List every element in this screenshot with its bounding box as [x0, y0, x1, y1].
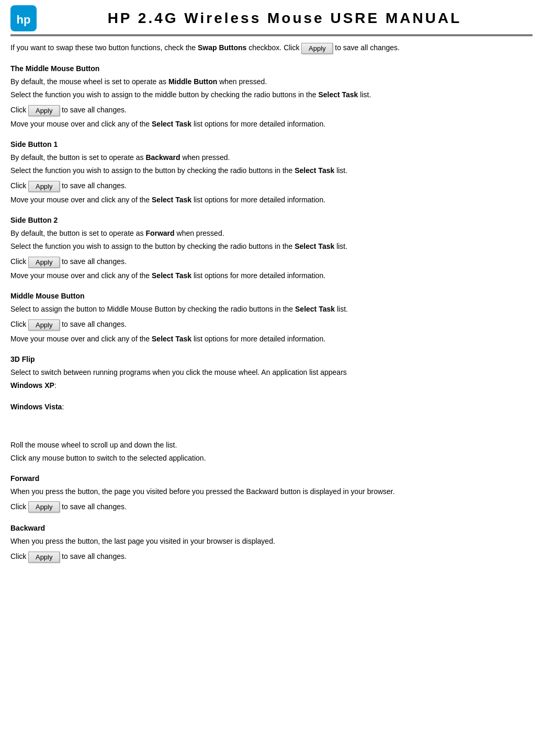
3d-flip-title: 3D Flip: [10, 354, 533, 365]
header-divider: [10, 35, 533, 36]
backward-section: Backward When you press the button, the …: [10, 523, 533, 563]
swap-buttons-intro2: checkbox. Click: [246, 43, 301, 52]
backward-para1: When you press the button, the last page…: [10, 536, 533, 547]
apply-button-forward[interactable]: Apply: [28, 501, 60, 512]
apply-button-side1[interactable]: Apply: [28, 181, 60, 192]
forward-click-line: Click Apply to save all changes.: [10, 500, 533, 513]
middle-mouse-button-2-section: Middle Mouse Button Select to assign the…: [10, 291, 533, 344]
side-button-1-click-line: Click Apply to save all changes.: [10, 179, 533, 192]
hp-logo: hp: [10, 5, 37, 31]
swap-buttons-bold: Swap Buttons: [198, 43, 246, 52]
middle-mouse-button-2-title: Middle Mouse Button: [10, 291, 533, 302]
apply-button-middle-mouse-2[interactable]: Apply: [28, 319, 60, 330]
backward-click-line: Click Apply to save all changes.: [10, 550, 533, 563]
side-button-1-title: Side Button 1: [10, 139, 533, 150]
side-button-2-click-line: Click Apply to save all changes.: [10, 255, 533, 268]
apply-button-side2[interactable]: Apply: [28, 257, 60, 268]
3d-flip-roll: Roll the mouse wheel to scroll up and do…: [10, 440, 533, 451]
apply-button-middle-mouse[interactable]: Apply: [28, 105, 60, 116]
middle-mouse-2-move-line: Move your mouse over and click any of th…: [10, 334, 533, 345]
middle-mouse-button-2-para1: Select to assign the button to Middle Mo…: [10, 304, 533, 315]
apply-button-backward[interactable]: Apply: [28, 552, 60, 563]
side-button-2-para1: By default, the button is set to operate…: [10, 228, 533, 239]
swap-buttons-intro: If you want to swap these two button fun…: [10, 43, 198, 52]
side-button-2-para2: Select the function you wish to assign t…: [10, 241, 533, 252]
middle-mouse-move-line: Move your mouse over and click any of th…: [10, 119, 533, 130]
side-button-2-section: Side Button 2 By default, the button is …: [10, 215, 533, 281]
side-button-2-move-line: Move your mouse over and click any of th…: [10, 270, 533, 281]
3d-flip-click-any: Click any mouse button to switch to the …: [10, 453, 533, 464]
3d-flip-windows-xp: Windows XP:: [10, 380, 533, 391]
forward-para1: When you press the button, the page you …: [10, 486, 533, 497]
middle-mouse-button-section: The Middle Mouse Button By default, the …: [10, 63, 533, 130]
3d-flip-para1: Select to switch between running program…: [10, 367, 533, 378]
swap-buttons-section: If you want to swap these two button fun…: [10, 42, 533, 54]
middle-mouse-button-para2: Select the function you wish to assign t…: [10, 89, 533, 100]
3d-flip-section: 3D Flip Select to switch between running…: [10, 354, 533, 464]
side-button-1-para2: Select the function you wish to assign t…: [10, 165, 533, 176]
middle-mouse-button-title: The Middle Mouse Button: [10, 63, 533, 74]
middle-mouse-click-line: Click Apply to save all changes.: [10, 104, 533, 117]
middle-mouse-button-para1: By default, the mouse wheel is set to op…: [10, 76, 533, 87]
3d-flip-windows-vista: Windows Vista:: [10, 402, 533, 413]
backward-title: Backward: [10, 523, 533, 534]
middle-mouse-2-click-line: Click Apply to save all changes.: [10, 318, 533, 331]
side-button-1-move-line: Move your mouse over and click any of th…: [10, 194, 533, 205]
page-title: HP 2.4G Wireless Mouse USRE MANUAL: [37, 10, 533, 27]
side-button-1-section: Side Button 1 By default, the button is …: [10, 139, 533, 205]
swap-buttons-intro3: to save all changes.: [335, 43, 400, 52]
header: hp HP 2.4G Wireless Mouse USRE MANUAL: [10, 5, 533, 31]
forward-title: Forward: [10, 473, 533, 484]
side-button-1-para1: By default, the button is set to operate…: [10, 152, 533, 163]
svg-text:hp: hp: [17, 13, 31, 26]
side-button-2-title: Side Button 2: [10, 215, 533, 226]
forward-section: Forward When you press the button, the p…: [10, 473, 533, 513]
apply-button-swap[interactable]: Apply: [301, 43, 333, 54]
